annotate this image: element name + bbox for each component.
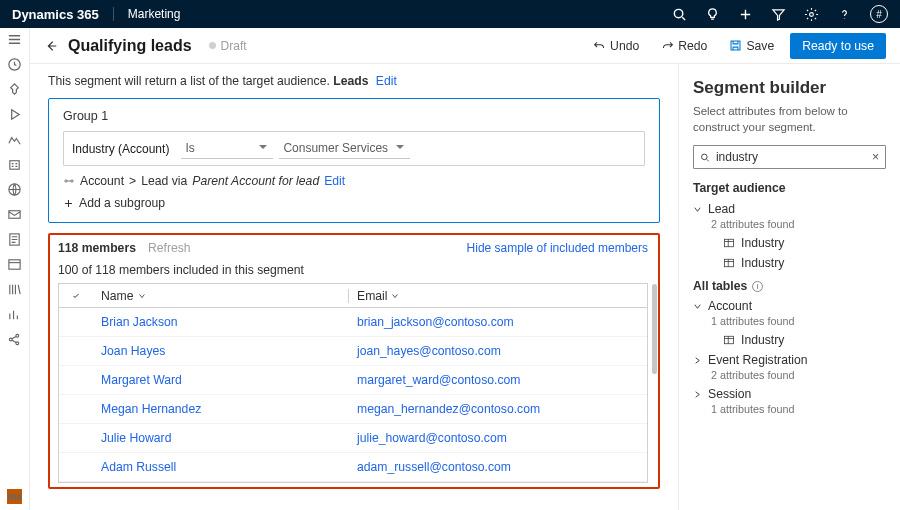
svg-rect-15 <box>725 239 734 247</box>
search-icon[interactable] <box>672 7 687 22</box>
member-email[interactable]: margaret_ward@contoso.com <box>349 373 647 387</box>
pin-icon[interactable] <box>7 82 22 97</box>
page-title: Qualifying leads <box>68 37 192 55</box>
menu-icon[interactable] <box>7 32 22 47</box>
svg-point-8 <box>9 338 12 341</box>
svg-point-12 <box>65 180 67 182</box>
tree-account-industry[interactable]: Industry <box>693 330 886 350</box>
svg-rect-3 <box>10 161 19 169</box>
members-subtext: 100 of 118 members included in this segm… <box>58 263 648 277</box>
search-input[interactable] <box>710 150 872 164</box>
library-icon[interactable] <box>7 282 22 297</box>
table-row[interactable]: Brian Jacksonbrian_jackson@contoso.com <box>59 308 647 337</box>
settings-icon[interactable] <box>804 7 819 22</box>
tree-lead-industry-1[interactable]: Industry <box>693 233 886 253</box>
value-dropdown[interactable]: Consumer Services <box>279 138 410 159</box>
segment-builder-panel: Segment builder Select attributes from b… <box>678 64 900 510</box>
column-email[interactable]: Email <box>349 289 647 303</box>
table-row[interactable]: Margaret Wardmargaret_ward@contoso.com <box>59 366 647 395</box>
member-email[interactable]: adam_russell@contoso.com <box>349 460 647 474</box>
member-email[interactable]: megan_hernandez@contoso.com <box>349 402 647 416</box>
members-preview: 118 members Refresh Hide sample of inclu… <box>48 233 660 489</box>
target-audience-header: Target audience <box>693 181 886 195</box>
edit-path-link[interactable]: Edit <box>324 174 345 188</box>
left-nav-rail: RM <box>0 28 30 510</box>
globe-icon[interactable] <box>7 182 22 197</box>
select-all-checkbox[interactable] <box>59 292 93 300</box>
group-title: Group 1 <box>63 109 645 123</box>
intro-text: This segment will return a list of the t… <box>48 74 660 88</box>
member-name[interactable]: Julie Howard <box>93 431 349 445</box>
relation-path: Account>Lead via Parent Account for lead… <box>63 174 645 188</box>
member-email[interactable]: julie_howard@contoso.com <box>349 431 647 445</box>
tree-lead[interactable]: Lead <box>693 199 886 219</box>
recent-icon[interactable] <box>7 57 22 72</box>
filter-icon[interactable] <box>771 7 786 22</box>
panel-desc: Select attributes from below to construc… <box>693 104 886 135</box>
table-row[interactable]: Joan Hayesjoan_hayes@contoso.com <box>59 337 647 366</box>
member-name[interactable]: Megan Hernandez <box>93 402 349 416</box>
svg-rect-7 <box>9 260 20 269</box>
svg-rect-17 <box>725 336 734 344</box>
journey-icon[interactable] <box>7 132 22 147</box>
svg-point-0 <box>674 9 682 17</box>
chart-icon[interactable] <box>7 307 22 322</box>
mail-icon[interactable] <box>7 207 22 222</box>
module-name: Marketing <box>128 7 181 21</box>
svg-rect-16 <box>725 259 734 267</box>
member-email[interactable]: joan_hayes@contoso.com <box>349 344 647 358</box>
member-name[interactable]: Margaret Ward <box>93 373 349 387</box>
operator-dropdown[interactable]: Is <box>181 138 273 159</box>
svg-point-9 <box>16 334 19 337</box>
svg-point-13 <box>71 180 73 182</box>
panel-title: Segment builder <box>693 78 886 98</box>
command-bar: Qualifying leads Draft Undo Redo Save Re… <box>30 28 900 64</box>
brand-name: Dynamics 365 <box>12 7 99 22</box>
tree-session[interactable]: Session <box>693 384 886 404</box>
status-pill: Draft <box>209 39 247 53</box>
add-subgroup-button[interactable]: Add a subgroup <box>63 196 645 210</box>
all-tables-header: All tables <box>693 279 747 293</box>
window-icon[interactable] <box>7 257 22 272</box>
member-name[interactable]: Adam Russell <box>93 460 349 474</box>
table-row[interactable]: Julie Howardjulie_howard@contoso.com <box>59 424 647 453</box>
member-name[interactable]: Brian Jackson <box>93 315 349 329</box>
tree-lead-industry-2[interactable]: Industry <box>693 253 886 273</box>
form-icon[interactable] <box>7 232 22 247</box>
info-icon[interactable]: i <box>752 281 763 292</box>
user-avatar[interactable]: # <box>870 5 888 23</box>
member-name[interactable]: Joan Hayes <box>93 344 349 358</box>
ready-button[interactable]: Ready to use <box>790 33 886 59</box>
attribute-name: Industry (Account) <box>72 142 175 156</box>
undo-button[interactable]: Undo <box>587 35 645 57</box>
refresh-button[interactable]: Refresh <box>148 241 191 255</box>
table-row[interactable]: Adam Russelladam_russell@contoso.com <box>59 453 647 482</box>
svg-point-14 <box>702 154 708 160</box>
share-icon[interactable] <box>7 332 22 347</box>
idea-icon[interactable] <box>705 7 720 22</box>
play-icon[interactable] <box>7 107 22 122</box>
segment-group-card: Group 1 Industry (Account) Is Consumer S… <box>48 98 660 223</box>
redo-button[interactable]: Redo <box>655 35 713 57</box>
member-email[interactable]: brian_jackson@contoso.com <box>349 315 647 329</box>
add-icon[interactable] <box>738 7 753 22</box>
tree-event[interactable]: Event Registration <box>693 350 886 370</box>
svg-point-1 <box>810 12 814 16</box>
help-icon[interactable] <box>837 7 852 22</box>
save-button[interactable]: Save <box>723 35 780 57</box>
user-badge[interactable]: RM <box>7 489 22 504</box>
svg-point-10 <box>16 342 19 345</box>
edit-audience-link[interactable]: Edit <box>376 74 397 88</box>
tree-account[interactable]: Account <box>693 296 886 316</box>
clear-search-icon[interactable]: × <box>872 150 879 164</box>
global-nav-bar: Dynamics 365 Marketing # <box>0 0 900 28</box>
hide-sample-link[interactable]: Hide sample of included members <box>467 241 648 255</box>
building-icon[interactable] <box>7 157 22 172</box>
member-count: 118 members <box>58 241 136 255</box>
svg-rect-5 <box>9 211 20 219</box>
svg-rect-11 <box>731 41 740 50</box>
column-name[interactable]: Name <box>93 289 349 303</box>
attribute-search[interactable]: × <box>693 145 886 169</box>
table-row[interactable]: Megan Hernandezmegan_hernandez@contoso.c… <box>59 395 647 424</box>
back-button[interactable] <box>44 39 58 53</box>
